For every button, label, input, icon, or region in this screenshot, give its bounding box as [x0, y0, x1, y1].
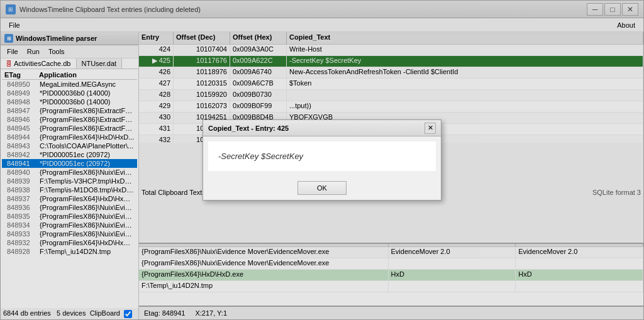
ok-button[interactable]: OK: [297, 181, 347, 195]
modal-body: -SecretKey $SecretKey: [208, 141, 436, 171]
modal-overlay: Copied_Text - Entry: 425 ✕ -SecretKey $S…: [1, 1, 643, 319]
modal-close-button[interactable]: ✕: [425, 123, 436, 134]
modal-dialog: Copied_Text - Entry: 425 ✕ -SecretKey $S…: [203, 119, 441, 201]
main-window: ⊞ WindowsTimeline Clipboard Text entries…: [0, 0, 644, 320]
modal-buttons: OK: [203, 176, 441, 200]
modal-content: -SecretKey $SecretKey: [218, 152, 426, 161]
modal-title-bar: Copied_Text - Entry: 425 ✕: [203, 120, 441, 136]
modal-title-text: Copied_Text - Entry: 425: [208, 124, 289, 132]
